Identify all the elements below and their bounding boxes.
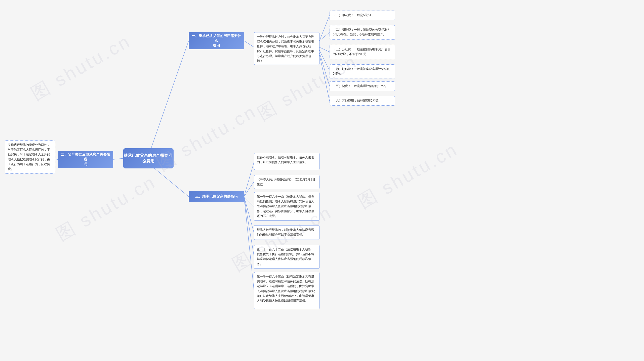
leaf-1-5-text: （五）契税：一般是房屋评估额的1.5%。 — [333, 84, 388, 88]
leaf-3-1: 债务不能继承。债权可以继承。债务人去世的，可以向债务人的继承人主张债务。 — [254, 153, 319, 170]
leaf-1-4: （四）评估费：一般是被集成房屋评估额的0.5%。 — [330, 64, 395, 78]
branch-node-2: 二、父母去世后继承房产需要缴税吗 — [58, 151, 113, 168]
leaf-3-4-text: 继承人放弃继承的，对被继承人依法应当缴纳的税款和债务可以不负清偿责任。 — [257, 228, 314, 236]
svg-line-13 — [244, 197, 254, 207]
svg-line-0 — [148, 41, 189, 156]
leaf-3-3-text: 第一千一百六十一条【被继承人税款、债务清偿的原则】继承人以所得遗产实际价值为限清… — [257, 195, 314, 218]
central-label: 继承已故父亲的房产需要 什么费用 — [123, 153, 174, 164]
leaf-1-3: （三）公证费：一般是按照所继承房产估价的2%收取，不低于200元。 — [330, 45, 395, 59]
svg-line-4 — [319, 15, 330, 41]
leaf-branch2-desc: 父母房产继承的缴税分为两种，对于法定继承人继承房产的，不征契税；对于法定继承人之… — [5, 140, 55, 174]
svg-line-15 — [244, 197, 254, 256]
branch-1-label: 一、继承已故父亲的房产需要什么费用 — [192, 33, 241, 48]
svg-line-9 — [319, 55, 330, 101]
leaf-branch1-desc: 一般办理继承过户时，首先继承人需要办理继承权相关公证，然后携带相关继承权证书原件… — [254, 32, 319, 65]
leaf-3-1-text: 债务不能继承。债权可以继承。债务人去世的，可以向债务人的继承人主张债务。 — [257, 156, 314, 164]
leaf-3-4: 继承人放弃继承的，对被继承人依法应当缴纳的税款和债务可以不负清偿责任。 — [254, 225, 319, 240]
svg-line-8 — [319, 53, 330, 86]
leaf-1-2: （二）测绘费：一般，测绘费的收费标准为0.5元/平米。当然，各地标准略有差异。 — [330, 25, 395, 40]
branch-3-label: 三、继承已故父亲的借条吗 — [195, 194, 237, 199]
leaf-1-2-text: （二）测绘费：一般，测绘费的收费标准为0.5元/平米。当然，各地标准略有差异。 — [333, 28, 390, 36]
branch-2-label: 二、父母去世后继承房产需要缴税吗 — [61, 152, 110, 167]
leaf-3-2: 《中华人民共和国民法典》（2021年1月1日生效 — [254, 175, 319, 189]
leaf-branch2-desc-text: 父母房产继承的缴税分为两种，对于法定继承人继承房产的，不征契税；对于法定继承人之… — [8, 143, 50, 171]
svg-line-16 — [244, 197, 254, 291]
leaf-1-3-text: （三）公证费：一般是按照所继承房产估价的2%收取，不低于200元。 — [333, 48, 390, 56]
leaf-1-6: （六）其他费用：如登记费80元等。 — [330, 96, 395, 106]
svg-line-7 — [319, 50, 330, 70]
svg-line-3 — [244, 41, 254, 47]
svg-line-14 — [244, 197, 254, 233]
leaf-1-4-text: （四）评估费：一般是被集成房屋评估额的0.5%。 — [333, 67, 390, 75]
branch-node-3: 三、继承已故父亲的借条吗 — [189, 191, 244, 202]
svg-line-11 — [244, 162, 254, 197]
svg-line-1 — [113, 158, 123, 159]
leaf-3-6: 第一千一百六十三条【既有法定继承又有遗嘱继承、遗赠时税款和债务的清偿】既有法定继… — [254, 272, 319, 309]
leaf-3-5-text: 第一千一百六十二条【清偿被继承人税款、债务优先于执行遗赠的原则】执行遗赠不得妨碍… — [257, 248, 314, 266]
leaf-1-1-text: （一）印花税：一般是5元/证。 — [333, 13, 375, 17]
branch-node-1: 一、继承已故父亲的房产需要什么费用 — [189, 32, 244, 49]
leaf-3-2-text: 《中华人民共和国民法典》（2021年1月1日生效 — [257, 178, 315, 186]
central-node: 继承已故父亲的房产需要 什么费用 — [123, 148, 174, 168]
leaf-1-6-text: （六）其他费用：如登记费80元等。 — [333, 99, 381, 102]
leaf-branch1-desc-text: 一般办理继承过户时，首先继承人需要办理继承权相关公证，然后携带相关继承权证书原件… — [257, 35, 314, 63]
leaf-1-1: （一）印花税：一般是5元/证。 — [330, 11, 395, 20]
svg-line-6 — [319, 47, 330, 52]
leaf-1-5: （五）契税：一般是房屋评估额的1.5%。 — [330, 81, 395, 91]
leaf-3-3: 第一千一百六十一条【被继承人税款、债务清偿的原则】继承人以所得遗产实际价值为限清… — [254, 192, 319, 221]
svg-line-5 — [319, 32, 330, 41]
leaf-3-6-text: 第一千一百六十三条【既有法定继承又有遗嘱继承、遗赠时税款和债务的清偿】既有法定继… — [257, 275, 315, 302]
svg-line-12 — [244, 182, 254, 197]
leaf-3-5: 第一千一百六十二条【清偿被继承人税款、债务优先于执行遗赠的原则】执行遗赠不得妨碍… — [254, 245, 319, 269]
